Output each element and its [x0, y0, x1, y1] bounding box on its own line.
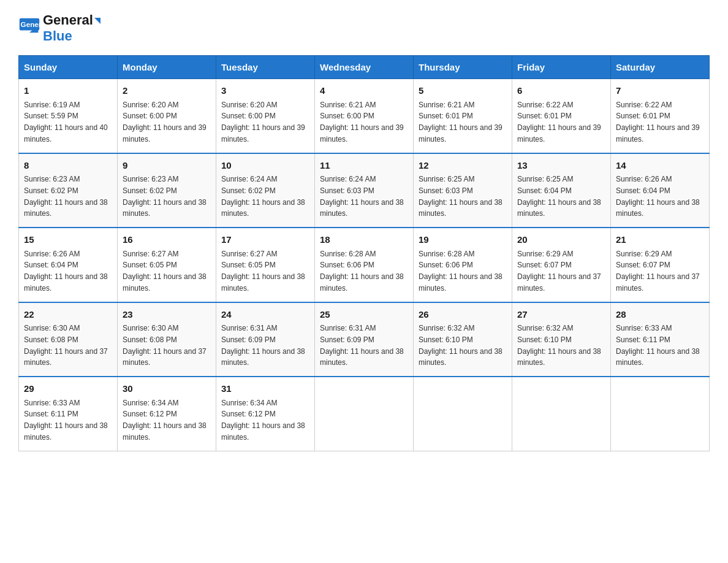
day-number: 10	[221, 159, 309, 173]
day-info: Sunrise: 6:27 AMSunset: 6:05 PMDaylight:…	[123, 250, 207, 293]
day-info: Sunrise: 6:33 AMSunset: 6:11 PMDaylight:…	[616, 324, 700, 367]
day-number: 4	[320, 84, 408, 98]
calendar-cell: 2Sunrise: 6:20 AMSunset: 6:00 PMDaylight…	[118, 79, 216, 153]
day-info: Sunrise: 6:19 AMSunset: 5:59 PMDaylight:…	[24, 101, 108, 144]
day-info: Sunrise: 6:31 AMSunset: 6:09 PMDaylight:…	[221, 324, 305, 367]
calendar-cell: 23Sunrise: 6:30 AMSunset: 6:08 PMDayligh…	[118, 302, 216, 377]
calendar-cell: 17Sunrise: 6:27 AMSunset: 6:05 PMDayligh…	[216, 228, 315, 302]
day-number: 18	[320, 233, 408, 247]
day-info: Sunrise: 6:28 AMSunset: 6:06 PMDaylight:…	[320, 250, 404, 293]
header-thursday: Thursday	[414, 56, 512, 79]
calendar-cell: 9Sunrise: 6:23 AMSunset: 6:02 PMDaylight…	[118, 153, 216, 228]
day-info: Sunrise: 6:24 AMSunset: 6:03 PMDaylight:…	[320, 175, 404, 218]
calendar-cell: 12Sunrise: 6:25 AMSunset: 6:03 PMDayligh…	[414, 153, 512, 228]
day-number: 28	[616, 308, 704, 322]
calendar-cell: 25Sunrise: 6:31 AMSunset: 6:09 PMDayligh…	[315, 302, 414, 377]
day-info: Sunrise: 6:26 AMSunset: 6:04 PMDaylight:…	[616, 175, 700, 218]
header-wednesday: Wednesday	[315, 56, 414, 79]
calendar-week-5: 29Sunrise: 6:33 AMSunset: 6:11 PMDayligh…	[19, 377, 710, 451]
calendar-week-2: 8Sunrise: 6:23 AMSunset: 6:02 PMDaylight…	[19, 153, 710, 228]
calendar-cell: 19Sunrise: 6:28 AMSunset: 6:06 PMDayligh…	[414, 228, 512, 302]
calendar-cell: 5Sunrise: 6:21 AMSunset: 6:01 PMDaylight…	[414, 79, 512, 153]
day-number: 9	[123, 159, 211, 173]
calendar-cell: 4Sunrise: 6:21 AMSunset: 6:00 PMDaylight…	[315, 79, 414, 153]
day-number: 11	[320, 159, 408, 173]
day-number: 16	[123, 233, 211, 247]
day-info: Sunrise: 6:30 AMSunset: 6:08 PMDaylight:…	[24, 324, 108, 367]
calendar-cell: 6Sunrise: 6:22 AMSunset: 6:01 PMDaylight…	[512, 79, 611, 153]
day-info: Sunrise: 6:21 AMSunset: 6:01 PMDaylight:…	[419, 101, 502, 144]
calendar-header-row: SundayMondayTuesdayWednesdayThursdayFrid…	[19, 56, 710, 79]
page-header: General General Blue	[18, 12, 710, 44]
calendar-cell: 10Sunrise: 6:24 AMSunset: 6:02 PMDayligh…	[216, 153, 315, 228]
day-info: Sunrise: 6:28 AMSunset: 6:06 PMDaylight:…	[419, 250, 502, 293]
header-saturday: Saturday	[611, 56, 710, 79]
day-number: 22	[24, 308, 112, 322]
day-info: Sunrise: 6:27 AMSunset: 6:05 PMDaylight:…	[221, 250, 305, 293]
calendar-cell: 13Sunrise: 6:25 AMSunset: 6:04 PMDayligh…	[512, 153, 611, 228]
svg-text:General: General	[21, 20, 40, 28]
day-number: 24	[221, 308, 309, 322]
calendar-cell: 18Sunrise: 6:28 AMSunset: 6:06 PMDayligh…	[315, 228, 414, 302]
day-number: 6	[517, 84, 605, 98]
calendar-cell	[611, 377, 710, 451]
day-number: 14	[616, 159, 704, 173]
logo-blue-text: Blue	[43, 28, 100, 44]
day-number: 30	[123, 382, 211, 396]
day-number: 1	[24, 84, 112, 98]
calendar-cell: 31Sunrise: 6:34 AMSunset: 6:12 PMDayligh…	[216, 377, 315, 451]
header-sunday: Sunday	[19, 56, 118, 79]
logo: General General Blue	[18, 12, 100, 44]
day-info: Sunrise: 6:34 AMSunset: 6:12 PMDaylight:…	[123, 399, 207, 442]
day-number: 29	[24, 382, 112, 396]
logo-icon: General	[18, 17, 40, 39]
day-number: 12	[419, 159, 507, 173]
header-tuesday: Tuesday	[216, 56, 315, 79]
calendar-cell: 11Sunrise: 6:24 AMSunset: 6:03 PMDayligh…	[315, 153, 414, 228]
calendar-cell	[414, 377, 512, 451]
calendar-week-1: 1Sunrise: 6:19 AMSunset: 5:59 PMDaylight…	[19, 79, 710, 153]
day-number: 26	[419, 308, 507, 322]
day-number: 27	[517, 308, 605, 322]
day-info: Sunrise: 6:24 AMSunset: 6:02 PMDaylight:…	[221, 175, 305, 218]
day-number: 5	[419, 84, 507, 98]
header-monday: Monday	[118, 56, 216, 79]
day-info: Sunrise: 6:21 AMSunset: 6:00 PMDaylight:…	[320, 101, 404, 144]
calendar-cell: 24Sunrise: 6:31 AMSunset: 6:09 PMDayligh…	[216, 302, 315, 377]
day-info: Sunrise: 6:34 AMSunset: 6:12 PMDaylight:…	[221, 399, 305, 442]
day-info: Sunrise: 6:22 AMSunset: 6:01 PMDaylight:…	[616, 101, 700, 144]
calendar-cell: 1Sunrise: 6:19 AMSunset: 5:59 PMDaylight…	[19, 79, 118, 153]
day-info: Sunrise: 6:25 AMSunset: 6:04 PMDaylight:…	[517, 175, 601, 218]
day-info: Sunrise: 6:29 AMSunset: 6:07 PMDaylight:…	[616, 250, 700, 293]
calendar-cell	[315, 377, 414, 451]
day-number: 2	[123, 84, 211, 98]
calendar-cell: 26Sunrise: 6:32 AMSunset: 6:10 PMDayligh…	[414, 302, 512, 377]
calendar-table: SundayMondayTuesdayWednesdayThursdayFrid…	[18, 55, 710, 451]
day-info: Sunrise: 6:30 AMSunset: 6:08 PMDaylight:…	[123, 324, 207, 367]
day-number: 20	[517, 233, 605, 247]
calendar-cell: 29Sunrise: 6:33 AMSunset: 6:11 PMDayligh…	[19, 377, 118, 451]
calendar-cell: 22Sunrise: 6:30 AMSunset: 6:08 PMDayligh…	[19, 302, 118, 377]
day-info: Sunrise: 6:32 AMSunset: 6:10 PMDaylight:…	[517, 324, 601, 367]
calendar-cell: 8Sunrise: 6:23 AMSunset: 6:02 PMDaylight…	[19, 153, 118, 228]
calendar-cell: 3Sunrise: 6:20 AMSunset: 6:00 PMDaylight…	[216, 79, 315, 153]
day-info: Sunrise: 6:33 AMSunset: 6:11 PMDaylight:…	[24, 399, 108, 442]
day-info: Sunrise: 6:32 AMSunset: 6:10 PMDaylight:…	[419, 324, 502, 367]
day-number: 31	[221, 382, 309, 396]
calendar-cell: 7Sunrise: 6:22 AMSunset: 6:01 PMDaylight…	[611, 79, 710, 153]
day-number: 23	[123, 308, 211, 322]
calendar-week-4: 22Sunrise: 6:30 AMSunset: 6:08 PMDayligh…	[19, 302, 710, 377]
calendar-cell: 21Sunrise: 6:29 AMSunset: 6:07 PMDayligh…	[611, 228, 710, 302]
day-info: Sunrise: 6:31 AMSunset: 6:09 PMDaylight:…	[320, 324, 404, 367]
day-info: Sunrise: 6:20 AMSunset: 6:00 PMDaylight:…	[221, 101, 305, 144]
day-number: 7	[616, 84, 704, 98]
calendar-cell: 30Sunrise: 6:34 AMSunset: 6:12 PMDayligh…	[118, 377, 216, 451]
day-number: 15	[24, 233, 112, 247]
day-info: Sunrise: 6:20 AMSunset: 6:00 PMDaylight:…	[123, 101, 207, 144]
calendar-cell: 20Sunrise: 6:29 AMSunset: 6:07 PMDayligh…	[512, 228, 611, 302]
day-info: Sunrise: 6:26 AMSunset: 6:04 PMDaylight:…	[24, 250, 108, 293]
day-info: Sunrise: 6:22 AMSunset: 6:01 PMDaylight:…	[517, 101, 601, 144]
day-info: Sunrise: 6:25 AMSunset: 6:03 PMDaylight:…	[419, 175, 502, 218]
day-number: 21	[616, 233, 704, 247]
header-friday: Friday	[512, 56, 611, 79]
